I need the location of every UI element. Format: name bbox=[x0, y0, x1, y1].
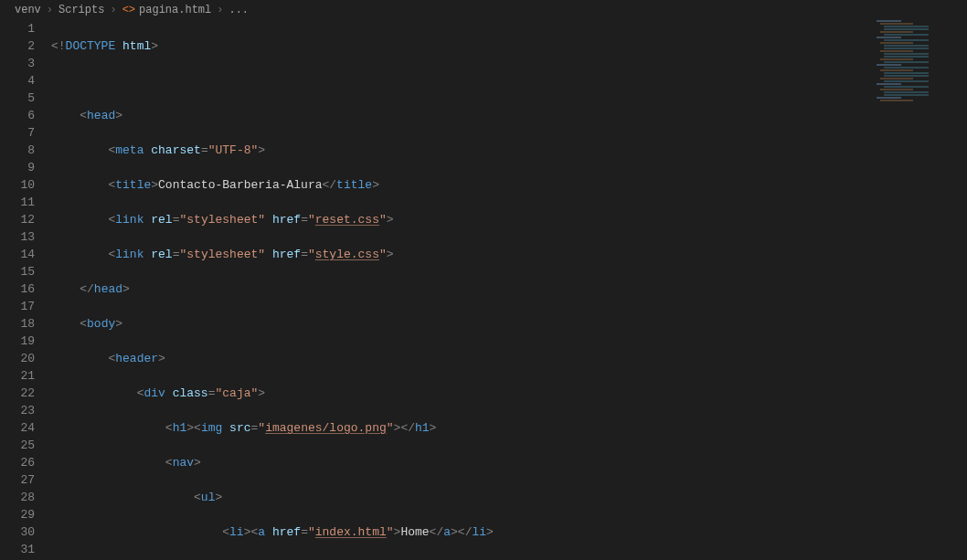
breadcrumb-item[interactable]: pagina.html bbox=[139, 4, 211, 16]
breadcrumb-item[interactable]: venv bbox=[15, 4, 41, 16]
editor[interactable]: 1 2 3 4 5 6 7 8 9 10 11 12 13 14 15 16 1… bbox=[0, 20, 967, 560]
html-file-icon: <> bbox=[122, 4, 135, 16]
chevron-right-icon: › bbox=[47, 4, 53, 16]
breadcrumb[interactable]: venv › Scripts › <> pagina.html › ... bbox=[0, 0, 967, 20]
code-area[interactable]: <!DOCTYPE html> <head> <meta charset="UT… bbox=[51, 20, 967, 560]
breadcrumb-item[interactable]: Scripts bbox=[58, 4, 104, 16]
chevron-right-icon: › bbox=[110, 4, 116, 16]
breadcrumb-item[interactable]: ... bbox=[228, 4, 249, 16]
line-number-gutter: 1 2 3 4 5 6 7 8 9 10 11 12 13 14 15 16 1… bbox=[0, 20, 51, 560]
chevron-right-icon: › bbox=[217, 4, 223, 16]
vertical-scrollbar[interactable] bbox=[954, 20, 967, 560]
